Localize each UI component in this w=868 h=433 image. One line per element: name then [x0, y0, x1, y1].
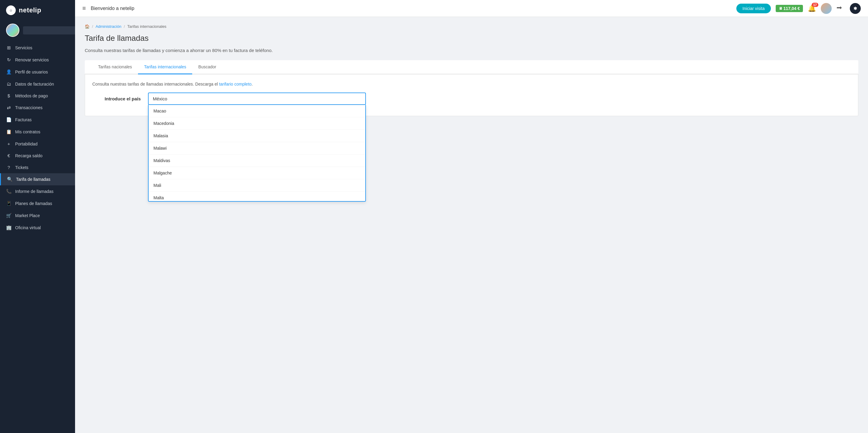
sidebar-item-transacciones[interactable]: ⇄ Transacciones — [0, 102, 75, 114]
recarga-saldo-icon: € — [6, 153, 11, 158]
sidebar-item-label-perfil-usuarios: Perfil de usuarios — [15, 70, 48, 74]
sidebar-item-label-market-place: Market Place — [15, 213, 40, 218]
iniciar-visita-button[interactable]: Iniciar visita — [736, 4, 771, 13]
sidebar-avatar-section — [0, 21, 75, 42]
sidebar-item-label-planes-llamadas: Planes de llamadas — [15, 201, 52, 206]
country-dropdown: MacaoMacedoniaMalasiaMalawiMaldivasMalga… — [148, 105, 366, 202]
sidebar-item-recarga-saldo[interactable]: € Recarga saldo — [0, 150, 75, 162]
sidebar-item-datos-facturacion[interactable]: 🗂 Datos de facturación — [0, 78, 75, 90]
tabs-container: Tarifas nacionales Tarifas internacional… — [85, 60, 858, 74]
sidebar-item-oficina-virtual[interactable]: 🏢 Oficina virtual — [0, 222, 75, 234]
sidebar-search-input[interactable] — [23, 26, 75, 34]
dropdown-item[interactable]: Malawi — [149, 142, 365, 155]
sidebar-item-label-facturas: Facturas — [15, 117, 31, 122]
sidebar-item-label-mis-contratos: Mis contratos — [15, 129, 40, 134]
country-form-row: Introduce el país MacaoMacedoniaMalasiaM… — [92, 93, 851, 105]
sidebar-item-label-transacciones: Transacciones — [15, 105, 43, 110]
perfil-usuarios-icon: 👤 — [6, 69, 11, 75]
tab-internacionales[interactable]: Tarifas internacionales — [138, 60, 192, 74]
sidebar-item-label-portabilidad: Portabilidad — [15, 141, 37, 146]
sidebar-logo: ○ netelip — [0, 0, 75, 21]
dropdown-item[interactable]: Mali — [149, 179, 365, 192]
menu-icon[interactable]: ≡ — [82, 5, 86, 12]
tickets-icon: ? — [6, 165, 11, 170]
topbar: ≡ Bienvenido a netelip Iniciar visita 🖥 … — [75, 0, 868, 17]
datos-facturacion-icon: 🗂 — [6, 81, 11, 87]
sidebar-nav: ⊞ Servicios ↻ Renovar servicios 👤 Perfil… — [0, 42, 75, 433]
sidebar-item-label-servicios: Servicios — [15, 45, 32, 50]
tab-content: Consulta nuestras tarifas de llamadas in… — [85, 74, 858, 116]
sidebar-item-label-oficina-virtual: Oficina virtual — [15, 225, 41, 230]
sidebar-item-label-recarga-saldo: Recarga saldo — [15, 153, 42, 158]
transacciones-icon: ⇄ — [6, 105, 11, 110]
sidebar-item-tarifa-llamadas[interactable]: 🔍 Tarifa de llamadas — [0, 173, 75, 186]
mis-contratos-icon: 📋 — [6, 129, 11, 135]
renovar-servicios-icon: ↻ — [6, 57, 11, 63]
sidebar-item-market-place[interactable]: 🛒 Market Place — [0, 209, 75, 222]
country-label: Introduce el país — [92, 96, 141, 101]
oficina-virtual-icon: 🏢 — [6, 225, 11, 230]
sidebar-item-facturas[interactable]: 📄 Facturas — [0, 114, 75, 126]
topbar-avatar[interactable] — [821, 3, 832, 14]
balance-icon: 🖥 — [779, 6, 782, 10]
portabilidad-icon: + — [6, 141, 11, 146]
dropdown-item[interactable]: Malgache — [149, 167, 365, 179]
sidebar-item-servicios[interactable]: ⊞ Servicios — [0, 42, 75, 54]
sidebar-item-perfil-usuarios[interactable]: 👤 Perfil de usuarios — [0, 66, 75, 78]
intl-desc-before: Consulta nuestras tarifas de llamadas in… — [92, 81, 219, 87]
page-title: Tarifa de llamadas — [85, 34, 858, 43]
breadcrumb-admin-link[interactable]: Administración — [96, 24, 121, 29]
planes-llamadas-icon: 📱 — [6, 201, 11, 206]
sidebar-item-label-tickets: Tickets — [15, 165, 28, 170]
tab-nacionales[interactable]: Tarifas nacionales — [92, 60, 138, 74]
breadcrumb-sep2: / — [124, 24, 125, 29]
metodos-pago-icon: $ — [6, 93, 11, 98]
tarifario-link[interactable]: tarifario completo — [219, 81, 251, 87]
sidebar-item-label-tarifa-llamadas: Tarifa de llamadas — [16, 177, 51, 182]
sidebar-item-label-metodos-pago: Métodos de pago — [15, 93, 48, 98]
notification-count: 17 — [812, 3, 818, 7]
sidebar-item-tickets[interactable]: ? Tickets — [0, 162, 75, 173]
topbar-title: Bienvenido a netelip — [91, 6, 732, 11]
logo-icon: ○ — [6, 5, 16, 15]
tab-buscador[interactable]: Buscador — [192, 60, 222, 74]
intl-description: Consulta nuestras tarifas de llamadas in… — [92, 81, 851, 87]
sidebar-item-renovar-servicios[interactable]: ↻ Renovar servicios — [0, 54, 75, 66]
breadcrumb-home-icon[interactable]: 🏠 — [85, 24, 90, 29]
sidebar: ○ netelip ⊞ Servicios ↻ Renovar servicio… — [0, 0, 75, 433]
help-button[interactable]: ✱ — [850, 3, 861, 14]
main-content: 🏠 / Administración / Tarifas internacion… — [75, 17, 868, 433]
dropdown-item[interactable]: Malta — [149, 192, 365, 202]
breadcrumb-sep1: / — [92, 24, 93, 29]
dropdown-item[interactable]: Malasia — [149, 130, 365, 142]
sidebar-item-informe-llamadas[interactable]: 📞 Informe de llamadas — [0, 186, 75, 197]
sidebar-item-planes-llamadas[interactable]: 📱 Planes de llamadas — [0, 197, 75, 209]
breadcrumb-current: Tarifas internacionales — [127, 24, 166, 29]
balance-badge: 🖥 117,04 € — [776, 5, 803, 12]
informe-llamadas-icon: 📞 — [6, 189, 11, 194]
logo-text: netelip — [19, 6, 41, 14]
logout-icon[interactable]: ⮕ — [837, 5, 843, 12]
sidebar-item-mis-contratos[interactable]: 📋 Mis contratos — [0, 126, 75, 138]
page-subtitle: Consulta nuestras tarifas de llamadas y … — [85, 48, 858, 53]
sidebar-item-metodos-pago[interactable]: $ Métodos de pago — [0, 90, 75, 102]
breadcrumb: 🏠 / Administración / Tarifas internacion… — [85, 24, 858, 29]
topbar-right: Iniciar visita 🖥 117,04 € 🔔 17 ⮕ ✱ — [736, 3, 861, 14]
dropdown-item[interactable]: Maldivas — [149, 155, 365, 167]
balance-amount: 117,04 € — [783, 6, 800, 11]
facturas-icon: 📄 — [6, 117, 11, 123]
sidebar-item-portabilidad[interactable]: + Portabilidad — [0, 138, 75, 150]
avatar[interactable] — [6, 24, 19, 37]
intl-desc-after: . — [251, 81, 253, 87]
sidebar-item-label-informe-llamadas: Informe de llamadas — [15, 189, 54, 194]
servicios-icon: ⊞ — [6, 45, 11, 51]
dropdown-item[interactable]: Macedonia — [149, 117, 365, 130]
country-input-wrapper: MacaoMacedoniaMalasiaMalawiMaldivasMalga… — [148, 93, 366, 105]
sidebar-item-label-renovar-servicios: Renovar servicios — [15, 58, 49, 62]
sidebar-item-label-datos-facturacion: Datos de facturación — [15, 81, 54, 87]
notifications-button[interactable]: 🔔 17 — [808, 4, 816, 12]
market-place-icon: 🛒 — [6, 213, 11, 218]
main-area: ≡ Bienvenido a netelip Iniciar visita 🖥 … — [75, 0, 868, 433]
dropdown-item[interactable]: Macao — [149, 105, 365, 117]
country-input[interactable] — [148, 93, 366, 105]
